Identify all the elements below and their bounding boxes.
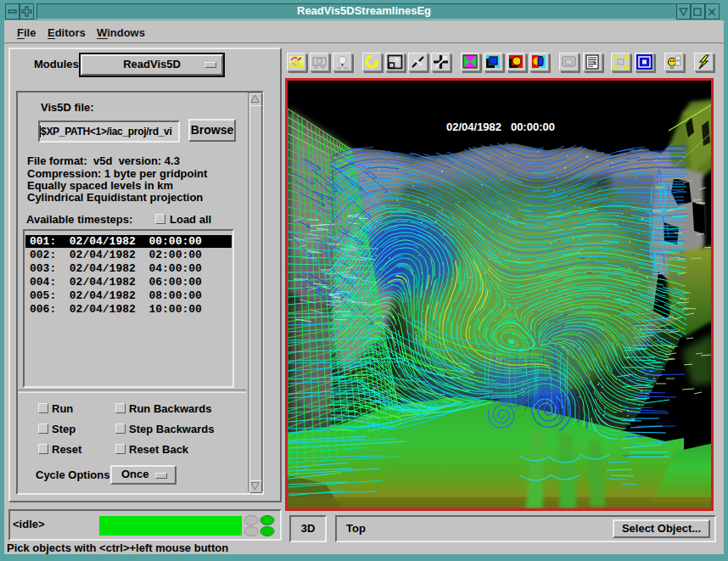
svg-text:02/04/1982 00:00:00: 02/04/1982 00:00:00 [446, 121, 555, 133]
